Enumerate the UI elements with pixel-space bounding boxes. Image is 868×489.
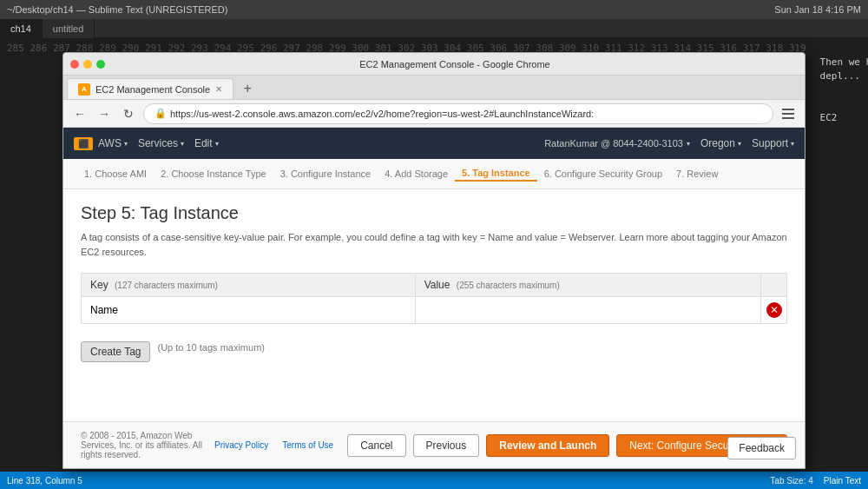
refresh-button[interactable]: ↻ xyxy=(119,104,138,123)
privacy-link[interactable]: Privacy Policy xyxy=(214,440,268,450)
aws-edit-nav[interactable]: Edit ▾ xyxy=(194,137,219,149)
statusbar-tab-size: Tab Size: 4 xyxy=(770,476,812,486)
address-text: https://us-west-2.console.aws.amazon.com… xyxy=(170,109,594,119)
aws-brand[interactable]: AWS ▾ xyxy=(98,137,128,149)
footer-copyright: © 2008 - 2015, Amazon Web Services, Inc.… xyxy=(81,431,207,459)
editor-text: Then we have another options well know a… xyxy=(813,38,868,472)
tag-value-input[interactable] xyxy=(419,301,757,320)
table-row: ✕ xyxy=(82,297,787,324)
back-button[interactable]: ← xyxy=(70,104,89,123)
edit-chevron: ▾ xyxy=(215,140,219,148)
aws-support-nav[interactable]: Support ▾ xyxy=(752,137,794,149)
wizard-step-5[interactable]: 5. Tag Instance xyxy=(455,166,537,182)
col-key-header: Key (127 characters maximum) xyxy=(82,274,416,297)
aws-user-info: RatanKumar @ 8044-2400-3103 ▾ xyxy=(544,138,690,149)
aws-region-nav[interactable]: Oregon ▾ xyxy=(700,137,741,149)
previous-button[interactable]: Previous xyxy=(413,434,480,457)
tag-key-cell xyxy=(82,297,416,324)
os-topbar: ~/Desktop/ch14 — Sublime Text (UNREGISTE… xyxy=(0,0,868,19)
browser-tab-ec2[interactable]: A EC2 Management Console ✕ xyxy=(67,78,233,99)
statusbar-right: Tab Size: 4 Plain Text xyxy=(770,476,861,486)
editor-statusbar: Line 318, Column 5 Tab Size: 4 Plain Tex… xyxy=(0,472,868,489)
traffic-light-yellow[interactable] xyxy=(83,60,92,69)
editor-tab-untitled[interactable]: untitled xyxy=(43,19,95,38)
traffic-light-green[interactable] xyxy=(96,60,105,69)
create-tag-row: Create Tag (Up to 10 tags maximum) xyxy=(81,333,787,362)
region-chevron: ▾ xyxy=(738,140,741,148)
step-description: A tag consists of a case-sensitive key-v… xyxy=(81,230,787,259)
editor-tab-ch14[interactable]: ch14 xyxy=(0,19,43,38)
wizard-step-6[interactable]: 6. Configure Security Group xyxy=(537,167,669,181)
wizard-step-7[interactable]: 7. Review xyxy=(669,167,725,181)
col-value-hint: (255 characters maximum) xyxy=(457,281,560,290)
tag-table: Key (127 characters maximum) Value (255 … xyxy=(81,273,787,324)
cancel-button[interactable]: Cancel xyxy=(347,434,405,457)
support-chevron: ▾ xyxy=(791,140,794,148)
aws-user-label: RatanKumar @ 8044-2400-3103 xyxy=(544,138,683,149)
os-topbar-left: ~/Desktop/ch14 — Sublime Text (UNREGISTE… xyxy=(7,4,227,15)
os-topbar-title: ~/Desktop/ch14 — Sublime Text (UNREGISTE… xyxy=(7,4,227,15)
aws-logo: ⬛ AWS ▾ xyxy=(74,137,128,150)
aws-header: ⬛ AWS ▾ Services ▾ Edit ▾ RatanKumar @ 8… xyxy=(63,128,805,159)
wizard-step-1[interactable]: 1. Choose AMI xyxy=(77,167,154,181)
browser-window: EC2 Management Console - Google Chrome A… xyxy=(62,52,806,469)
create-tag-hint: (Up to 10 tags maximum) xyxy=(157,342,264,353)
tag-value-cell xyxy=(415,297,760,324)
traffic-light-red[interactable] xyxy=(70,60,79,69)
browser-tab-label: EC2 Management Console xyxy=(95,84,210,95)
new-tab-button[interactable]: + xyxy=(237,78,258,99)
browser-titlebar: EC2 Management Console - Google Chrome xyxy=(63,53,805,76)
wizard-step-2[interactable]: 2. Choose Instance Type xyxy=(154,167,273,181)
tag-key-input[interactable] xyxy=(85,301,411,320)
tab-close-icon[interactable]: ✕ xyxy=(215,84,222,94)
aws-services-nav[interactable]: Services ▾ xyxy=(138,137,184,149)
browser-title: EC2 Management Console - Google Chrome xyxy=(112,59,798,69)
tag-delete-cell: ✕ xyxy=(761,297,787,324)
create-tag-button[interactable]: Create Tag xyxy=(81,341,150,362)
browser-navbar: ← → ↻ 🔒 https://us-west-2.console.aws.am… xyxy=(63,100,805,128)
browser-tabs: A EC2 Management Console ✕ + xyxy=(63,76,805,100)
forward-button[interactable]: → xyxy=(95,104,114,123)
wizard-step-3[interactable]: 3. Configure Instance xyxy=(273,167,378,181)
favicon: A xyxy=(78,83,90,96)
browser-footer: © 2008 - 2015, Amazon Web Services, Inc.… xyxy=(63,421,805,468)
step-title: Step 5: Tag Instance xyxy=(81,203,787,223)
services-chevron: ▾ xyxy=(181,140,184,148)
wizard-step-4[interactable]: 4. Add Storage xyxy=(378,167,455,181)
address-bar[interactable]: 🔒 https://us-west-2.console.aws.amazon.c… xyxy=(143,103,773,124)
aws-chevron: ▾ xyxy=(124,140,128,148)
wizard-steps: 1. Choose AMI 2. Choose Instance Type 3.… xyxy=(63,159,805,189)
feedback-button[interactable]: Feedback xyxy=(727,437,796,459)
editor-tabbar: ch14 untitled xyxy=(0,19,868,38)
os-topbar-right: Sun Jan 18 4:16 PM xyxy=(774,4,861,15)
statusbar-file-type: Plain Text xyxy=(824,476,861,486)
os-topbar-time: Sun Jan 18 4:16 PM xyxy=(774,4,861,15)
review-launch-button[interactable]: Review and Launch xyxy=(486,434,609,457)
statusbar-position: Line 318, Column 5 xyxy=(7,476,82,486)
col-key-hint: (127 characters maximum) xyxy=(115,281,218,290)
user-chevron: ▾ xyxy=(687,140,690,148)
col-value-header: Value (255 characters maximum) xyxy=(415,274,760,297)
traffic-lights xyxy=(70,60,105,69)
col-delete-header xyxy=(761,274,787,297)
main-content: Step 5: Tag Instance A tag consists of a… xyxy=(63,189,805,421)
terms-link[interactable]: Terms of Use xyxy=(282,440,333,450)
browser-menu-button[interactable] xyxy=(779,104,798,123)
aws-logo-box: ⬛ xyxy=(74,137,93,150)
tag-delete-button[interactable]: ✕ xyxy=(766,302,782,318)
